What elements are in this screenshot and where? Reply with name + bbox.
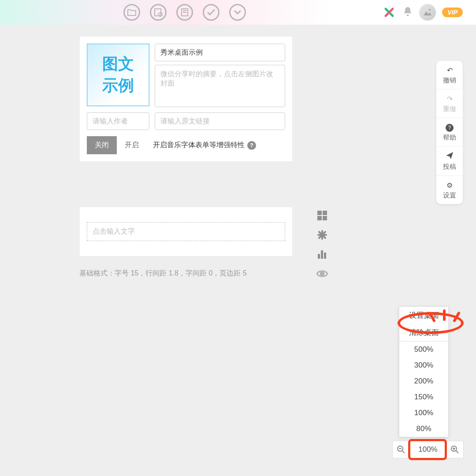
zoom-bar: 100% (392, 441, 464, 458)
author-input[interactable] (87, 112, 149, 130)
zoom-level[interactable]: 200% (399, 373, 448, 389)
topbar-tools (123, 4, 246, 21)
undo-icon: ↶ (447, 66, 453, 74)
svg-point-17 (320, 272, 324, 275)
zoom-level[interactable]: 300% (399, 357, 448, 373)
bars-icon[interactable] (316, 249, 328, 260)
svg-rect-8 (317, 216, 322, 220)
dropdown-icon[interactable] (229, 4, 246, 21)
svg-rect-15 (321, 250, 323, 259)
editor-sidetools (316, 210, 328, 279)
svg-rect-6 (317, 211, 322, 215)
cover-thumbnail[interactable]: 图文 示例 (87, 44, 149, 106)
document-icon[interactable] (176, 4, 193, 21)
summary-textarea[interactable] (155, 65, 285, 107)
zoom-out-button[interactable] (392, 441, 410, 458)
app-logo-icon[interactable] (382, 5, 396, 19)
notifications-icon[interactable] (402, 6, 413, 19)
zoom-menu: 设置桌面 清除桌面 500% 300% 200% 150% 100% 80% (399, 306, 449, 437)
toggle-on-button[interactable]: 开启 (117, 136, 147, 154)
submit-button[interactable]: 投稿 (436, 147, 463, 176)
svg-point-5 (429, 9, 431, 11)
gear-icon: ⚙ (446, 181, 453, 190)
editor-placeholder[interactable]: 点击输入文字 (87, 222, 285, 241)
toggle-off-button[interactable]: 关闭 (87, 136, 117, 154)
thumb-line1: 图文 (102, 53, 134, 75)
zoom-level[interactable]: 80% (399, 421, 448, 437)
main-content: 图文 示例 关闭 开启 开启音乐字体表单等增强特性 ? 点击输入文字 基础格 (79, 36, 293, 278)
zoom-level[interactable]: 500% (399, 342, 448, 357)
menu-set-desktop[interactable]: 设置桌面 (399, 307, 448, 324)
topbar-right: VIP (382, 4, 463, 21)
svg-line-22 (456, 451, 458, 453)
zoom-level[interactable]: 100% (399, 405, 448, 421)
svg-rect-0 (155, 9, 161, 16)
avatar[interactable] (419, 4, 436, 21)
format-info: 基础格式：字号 15，行间距 1.8，字间距 0，页边距 5 (79, 269, 293, 278)
menu-clear-desktop[interactable]: 清除桌面 (399, 324, 448, 341)
settings-button[interactable]: ⚙设置 (436, 176, 463, 204)
zoom-in-button[interactable] (446, 441, 464, 458)
help-icon[interactable]: ? (247, 141, 256, 150)
editor-card: 点击输入文字 (79, 207, 293, 257)
svg-rect-14 (318, 254, 320, 259)
question-icon: ? (446, 123, 454, 132)
svg-line-19 (402, 451, 405, 453)
svg-rect-9 (323, 216, 327, 220)
topbar: VIP (0, 0, 476, 25)
undo-button[interactable]: ↶撤销 (436, 61, 463, 89)
enhance-toggle: 关闭 开启 (87, 136, 147, 154)
eye-icon[interactable] (316, 268, 328, 279)
grid-icon[interactable] (316, 210, 328, 221)
folder-icon[interactable] (123, 4, 140, 21)
check-icon[interactable] (203, 4, 219, 21)
help-button[interactable]: ?帮助 (436, 118, 463, 147)
right-rail: ↶撤销 ↷重做 ?帮助 投稿 ⚙设置 (436, 61, 463, 204)
svg-rect-7 (323, 211, 327, 215)
meta-card: 图文 示例 关闭 开启 开启音乐字体表单等增强特性 ? (79, 36, 293, 162)
source-url-input[interactable] (155, 112, 285, 130)
svg-rect-16 (324, 253, 326, 259)
title-input[interactable] (155, 44, 285, 61)
redo-icon: ↷ (447, 95, 453, 103)
zoom-level[interactable]: 150% (399, 389, 448, 405)
asterisk-icon[interactable] (316, 229, 328, 241)
enhance-label: 开启音乐字体表单等增强特性 ? (153, 141, 256, 150)
vip-badge[interactable]: VIP (442, 7, 463, 17)
thumb-line2: 示例 (102, 75, 134, 97)
zoom-value[interactable]: 100% (410, 441, 446, 458)
save-icon[interactable] (150, 4, 167, 21)
paper-plane-icon (446, 152, 453, 161)
redo-button[interactable]: ↷重做 (436, 89, 463, 118)
